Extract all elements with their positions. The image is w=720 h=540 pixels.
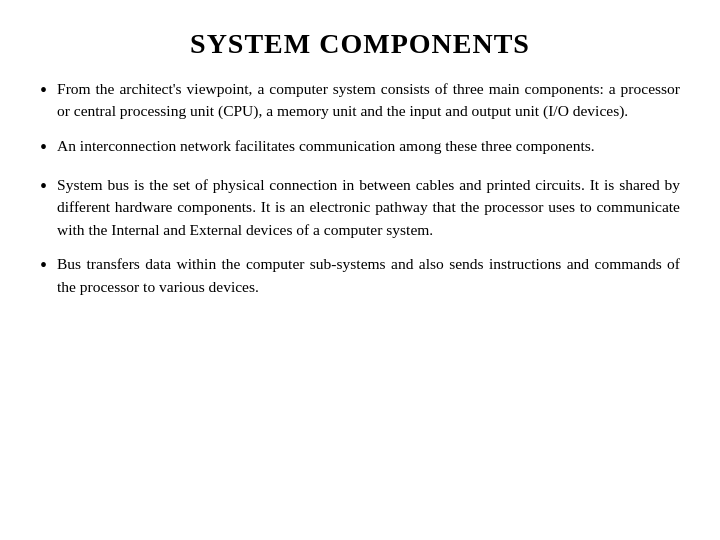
list-item: • An interconnection network facilitates… [40, 135, 680, 162]
page-title: SYSTEM COMPONENTS [190, 28, 530, 60]
bullet-list: • From the architect's viewpoint, a comp… [40, 78, 680, 298]
bullet-icon: • [40, 133, 47, 162]
bullet-icon: • [40, 251, 47, 280]
list-item-text: An interconnection network facilitates c… [57, 135, 680, 157]
bullet-icon: • [40, 76, 47, 105]
list-item-text: System bus is the set of physical connec… [57, 174, 680, 241]
list-item: • From the architect's viewpoint, a comp… [40, 78, 680, 123]
bullet-icon: • [40, 172, 47, 201]
list-item-text: Bus transfers data within the computer s… [57, 253, 680, 298]
list-item: • System bus is the set of physical conn… [40, 174, 680, 241]
list-item-text: From the architect's viewpoint, a comput… [57, 78, 680, 123]
content-area: • From the architect's viewpoint, a comp… [40, 78, 680, 310]
list-item: • Bus transfers data within the computer… [40, 253, 680, 298]
